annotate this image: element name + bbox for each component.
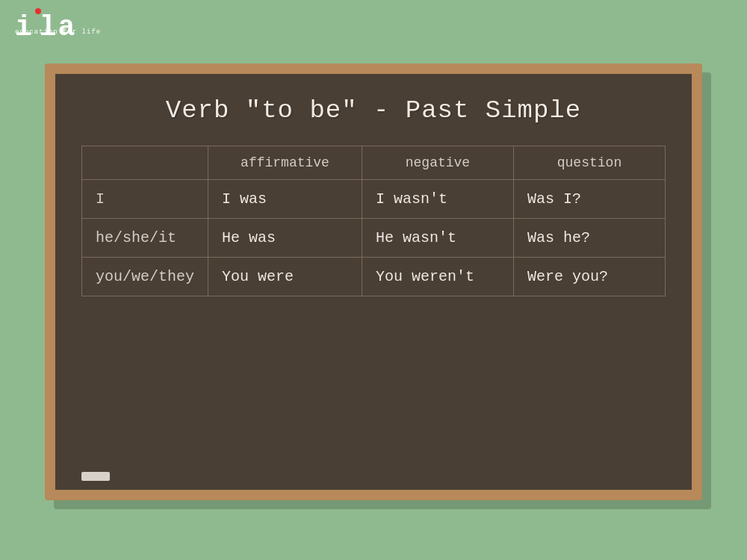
affirmative-i: I was bbox=[208, 180, 362, 219]
subject-you-we-they: you/we/they bbox=[82, 258, 208, 296]
table-row: you/we/they You were You weren't Were yo… bbox=[82, 258, 666, 296]
subject-he-she-it: he/she/it bbox=[82, 219, 208, 258]
logo-text: ila bbox=[15, 13, 76, 42]
chalkboard-wrapper: Verb "to be" - Past Simple affirmative n… bbox=[45, 63, 702, 500]
verb-table: affirmative negative question I I was I … bbox=[81, 146, 666, 296]
negative-he: He wasn't bbox=[362, 219, 513, 258]
header-cell-empty bbox=[82, 146, 208, 180]
affirmative-he: He was bbox=[208, 219, 362, 258]
affirmative-you: You were bbox=[208, 258, 362, 296]
logo-tagline: education for life bbox=[15, 28, 101, 36]
question-he: Was he? bbox=[513, 219, 665, 258]
negative-you: You weren't bbox=[362, 258, 513, 296]
chalkboard-frame: Verb "to be" - Past Simple affirmative n… bbox=[45, 63, 702, 500]
header-cell-affirmative: affirmative bbox=[208, 146, 362, 180]
logo-letter-i: i bbox=[15, 11, 34, 43]
question-i: Was I? bbox=[513, 180, 665, 219]
chalkboard-surface: Verb "to be" - Past Simple affirmative n… bbox=[55, 74, 692, 490]
table-row: he/she/it He was He wasn't Was he? bbox=[82, 219, 666, 258]
chalk-piece bbox=[81, 472, 110, 481]
table-header-row: affirmative negative question bbox=[82, 146, 666, 180]
question-you: Were you? bbox=[513, 258, 665, 296]
subject-i: I bbox=[82, 180, 208, 219]
header-cell-negative: negative bbox=[362, 146, 513, 180]
header-cell-question: question bbox=[513, 146, 665, 180]
board-title: Verb "to be" - Past Simple bbox=[81, 96, 666, 125]
negative-i: I wasn't bbox=[362, 180, 513, 219]
table-row: I I was I wasn't Was I? bbox=[82, 180, 666, 219]
logo-letters-la: la bbox=[40, 11, 77, 43]
logo-dot bbox=[35, 8, 41, 14]
logo-area: ila education for life bbox=[15, 13, 101, 36]
